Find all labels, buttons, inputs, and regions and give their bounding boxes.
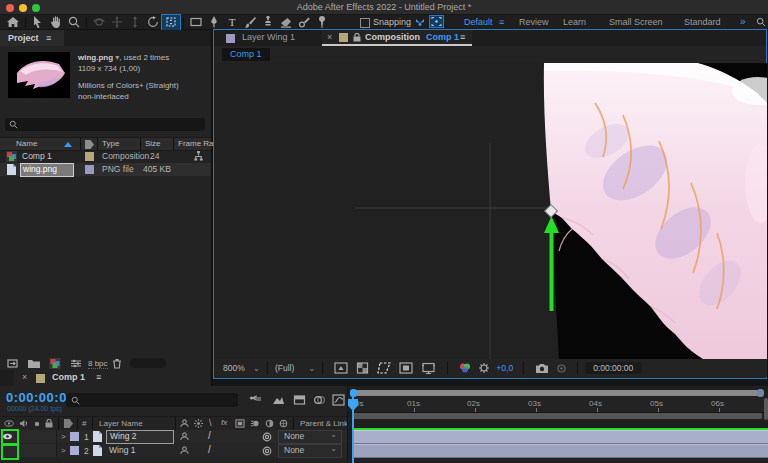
view-layout-icon[interactable]: [421, 362, 436, 374]
label-column-icon[interactable]: [85, 140, 94, 149]
transparency-grid-icon[interactable]: [356, 362, 369, 374]
layer-color-chip[interactable]: [70, 432, 79, 441]
layer-viewer-tab[interactable]: Layer Wing 1: [242, 32, 295, 42]
mini-flowchart-icon[interactable]: [249, 394, 262, 406]
type-tool[interactable]: T: [223, 15, 241, 30]
current-timecode[interactable]: 0:00:00:00: [6, 390, 75, 405]
orbit-camera-tool[interactable]: [90, 15, 108, 30]
layer-name-column-header[interactable]: Layer Name: [99, 419, 143, 428]
parent-link-column-header[interactable]: Parent & Link: [300, 419, 348, 428]
interpret-footage-icon[interactable]: [7, 358, 20, 369]
parent-pickwhip-icon[interactable]: [262, 432, 272, 442]
viewer-timecode[interactable]: 0:00:00:00: [585, 362, 641, 374]
timeline-tab-close-icon[interactable]: ×: [22, 372, 27, 382]
work-area-bar[interactable]: [352, 413, 762, 419]
timeline-tab-label[interactable]: Comp 1: [52, 372, 85, 382]
workspace-tab-small-screen[interactable]: Small Screen: [609, 17, 663, 27]
project-panel-menu-icon[interactable]: ≡: [46, 33, 51, 43]
rotation-tool[interactable]: [144, 15, 162, 30]
shy-switch[interactable]: [180, 432, 189, 441]
pan-camera-tool[interactable]: [108, 15, 126, 30]
layer-bar-wing2[interactable]: [352, 430, 768, 444]
shy-layers-icon[interactable]: [293, 394, 306, 406]
magnification-chevron-icon[interactable]: ⌄: [253, 363, 260, 373]
exposure-value[interactable]: +0,0: [496, 363, 513, 373]
comp-breadcrumb[interactable]: Comp 1: [222, 48, 270, 61]
layer-name[interactable]: Wing 1: [109, 445, 135, 455]
time-navigator[interactable]: [352, 390, 762, 396]
workspace-overflow-chevron[interactable]: »: [740, 16, 746, 27]
label-color-chip[interactable]: [85, 165, 94, 174]
new-folder-icon[interactable]: [28, 358, 41, 369]
workspace-tab-review[interactable]: Review: [519, 17, 549, 27]
lock-icon[interactable]: [353, 33, 361, 42]
dolly-camera-tool[interactable]: [126, 15, 144, 30]
column-name[interactable]: Name: [16, 139, 37, 148]
vertical-scrollbar[interactable]: [764, 398, 768, 420]
timeline-panel-menu-icon[interactable]: ≡: [96, 372, 101, 382]
viewer-menu-icon[interactable]: ≡: [460, 32, 465, 42]
lock-toggle[interactable]: [43, 430, 57, 443]
zoom-tool[interactable]: [65, 15, 83, 30]
mini-flowchart-icon[interactable]: [193, 151, 204, 162]
composition-viewer-tab[interactable]: × Composition Comp 1 ≡: [322, 30, 472, 46]
parent-pickwhip-icon[interactable]: [262, 446, 272, 456]
new-composition-icon[interactable]: [49, 358, 61, 369]
frame-blending-icon[interactable]: [313, 394, 326, 406]
region-of-interest-icon[interactable]: [377, 362, 391, 374]
workspace-search-icon[interactable]: [756, 17, 766, 27]
snap-beyond-range-icon[interactable]: [430, 16, 443, 27]
snapshot-camera-icon[interactable]: [535, 363, 549, 374]
layer-bar-wing1[interactable]: [352, 444, 768, 458]
quality-switch[interactable]: /: [208, 444, 211, 455]
brush-tool[interactable]: [241, 15, 259, 30]
workspace-tab-standard[interactable]: Standard: [684, 17, 721, 27]
show-snapshot-icon[interactable]: [555, 363, 568, 374]
layer-color-chip[interactable]: [70, 446, 79, 455]
clone-stamp-tool[interactable]: [259, 15, 277, 30]
workspace-tab-default[interactable]: Default: [464, 17, 493, 27]
bit-depth-button[interactable]: 8 bpc: [88, 359, 108, 369]
parent-dropdown[interactable]: None ⌄: [278, 444, 342, 458]
layer-name-box[interactable]: Wing 2: [106, 430, 174, 444]
timeline-search-input[interactable]: [66, 393, 238, 407]
navigator-end-handle[interactable]: [757, 389, 764, 397]
magnification-dropdown[interactable]: 800%: [223, 363, 245, 373]
snapping-checkbox[interactable]: [360, 18, 370, 28]
shy-switch[interactable]: [180, 446, 189, 455]
time-ruler[interactable]: 0s 01s 02s 03s 04s 05s 06s: [348, 397, 768, 413]
exposure-gear-icon[interactable]: [478, 362, 490, 374]
project-search-input[interactable]: [5, 118, 205, 131]
eraser-tool[interactable]: [277, 15, 295, 30]
expand-arrow[interactable]: >: [61, 432, 66, 441]
footage-thumbnail[interactable]: [8, 52, 70, 98]
column-size[interactable]: Size: [145, 139, 161, 148]
solo-toggle[interactable]: [29, 430, 44, 443]
hand-tool[interactable]: [47, 15, 65, 30]
workspace-menu-icon[interactable]: ≡: [499, 17, 504, 27]
tab-close-icon[interactable]: ×: [327, 32, 332, 42]
expand-arrow[interactable]: >: [61, 446, 66, 455]
workspace-tab-learn[interactable]: Learn: [563, 17, 586, 27]
navigator-start-handle[interactable]: [350, 389, 357, 397]
home-button[interactable]: [4, 15, 22, 30]
project-row-wing[interactable]: wing.png PNG file 405 KB: [0, 163, 211, 176]
project-settings-icon[interactable]: [70, 358, 82, 369]
mask-path-visibility-icon[interactable]: [399, 362, 413, 374]
project-row-comp1[interactable]: Comp 1 Composition 24: [0, 150, 211, 163]
pen-tool[interactable]: [205, 15, 223, 30]
parent-dropdown[interactable]: None ⌄: [278, 430, 342, 444]
graph-editor-icon[interactable]: [332, 394, 345, 406]
layer-row-wing1[interactable]: > 2 Wing 1 / None ⌄: [0, 444, 347, 457]
grid-guide-options-icon[interactable]: [334, 362, 348, 374]
column-type[interactable]: Type: [102, 139, 119, 148]
selection-tool[interactable]: [29, 15, 47, 30]
roto-brush-tool[interactable]: [295, 15, 313, 30]
resolution-dropdown[interactable]: (Full): [275, 363, 294, 373]
layer-row-wing2[interactable]: > 1 Wing 2 / None ⌄: [0, 430, 347, 443]
resolution-chevron-icon[interactable]: ⌄: [308, 363, 315, 373]
rectangle-tool[interactable]: [187, 15, 205, 30]
channel-options-icon[interactable]: [458, 362, 472, 374]
lock-toggle[interactable]: [43, 444, 57, 457]
label-color-chip[interactable]: [85, 152, 94, 161]
